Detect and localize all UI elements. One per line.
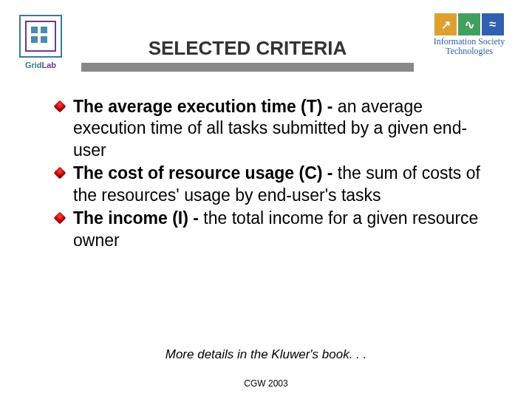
criteria-list: The average execution time (T) - an aver… [55,96,495,251]
gridlab-logo-text: GridLab [15,61,66,69]
list-item: The cost of resource usage (C) - the sum… [55,163,495,206]
criterion-name: The income (I) - [73,208,199,228]
slide-title: SELECTED CRITERIA [81,37,414,60]
criterion-name: The average execution time (T) - [73,97,332,116]
footer-note: More details in the Kluwer's book. . . [0,347,532,362]
slide-body: The average execution time (T) - an aver… [55,96,495,253]
ist-square-arrow-icon: ↗ [434,13,457,35]
criterion-name: The cost of resource usage (C) - [73,163,332,183]
ist-logo: ↗ ∿ ≈ Information Society Technologies [421,13,517,56]
slide-header: GridLab SELECTED CRITERIA ↗ ∿ ≈ Informat… [0,0,532,81]
title-underline-bar [81,63,414,72]
ist-square-wave-icon: ∿ [458,13,480,35]
ist-square-approx-icon: ≈ [482,13,504,35]
list-item: The income (I) - the total income for a … [55,208,495,251]
list-item: The average execution time (T) - an aver… [55,96,495,161]
gridlab-logo-mark [19,15,62,58]
gridlab-logo: GridLab [15,15,66,69]
title-area: SELECTED CRITERIA [81,37,414,72]
footer: CGW 2003 [0,378,532,389]
ist-logo-text: Information Society Technologies [421,37,517,56]
ist-logo-band: ↗ ∿ ≈ [421,13,517,35]
